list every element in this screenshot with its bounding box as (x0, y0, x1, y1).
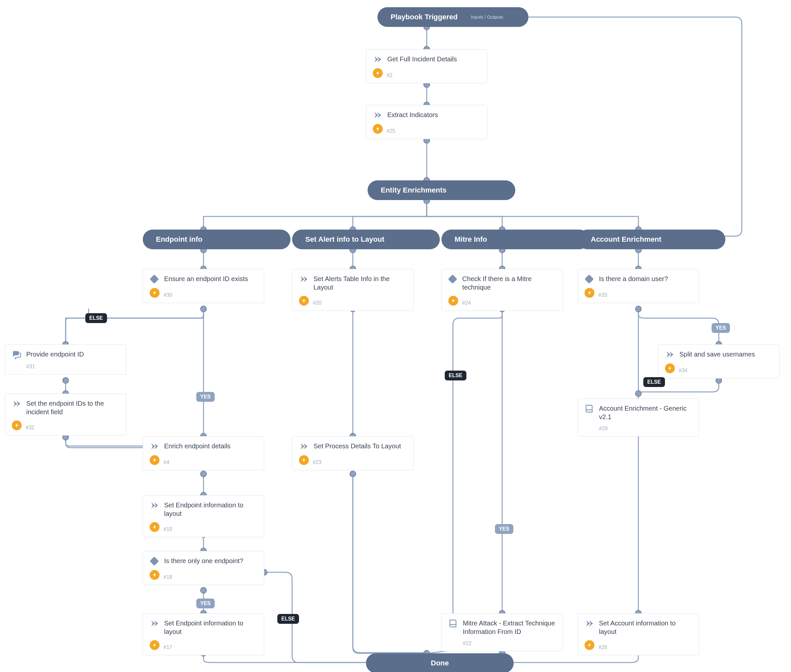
bolt-icon (150, 522, 159, 532)
section-alert[interactable]: Set Alert info to Layout (292, 230, 440, 249)
cond-domain-user[interactable]: Is there a domain user? #33 (578, 269, 699, 303)
chevron-icon (299, 275, 308, 284)
badge-yes: YES (196, 598, 215, 608)
chevron-icon (150, 501, 159, 510)
badge-yes: YES (495, 524, 513, 534)
bolt-icon (299, 455, 309, 465)
task-set-endpoint-layout-17[interactable]: Set Endpoint information to layout #17 (143, 613, 264, 655)
chevron-icon (373, 55, 382, 64)
chevron-icon (584, 619, 594, 628)
bolt-icon (373, 68, 383, 78)
chevron-icon (373, 110, 382, 120)
section-account[interactable]: Account Enrichment (578, 230, 725, 249)
diamond-icon (584, 275, 594, 284)
book-icon (584, 404, 594, 413)
badge-else: ELSE (643, 377, 665, 387)
section-mitre[interactable]: Mitre Info (441, 230, 589, 249)
task-get-full-incident[interactable]: Get Full Incident Details #2 (366, 49, 488, 83)
task-extract-indicators[interactable]: Extract Indicators #25 (366, 105, 488, 139)
task-set-endpoint-layout-19[interactable]: Set Endpoint information to layout #19 (143, 495, 264, 537)
bolt-icon (150, 640, 159, 650)
badge-else: ELSE (278, 614, 299, 624)
done-node[interactable]: Done (366, 653, 513, 672)
chevron-icon (665, 350, 674, 359)
start-node[interactable]: Playbook Triggered Inputs / Outputs (377, 7, 528, 27)
cond-one-endpoint[interactable]: Is there only one endpoint? #18 (143, 551, 264, 585)
chevron-icon (150, 442, 159, 451)
start-title: Playbook Triggered (391, 13, 457, 21)
diamond-icon (448, 275, 457, 284)
chevron-icon (299, 442, 308, 451)
bolt-icon (12, 421, 22, 430)
section-endpoint[interactable]: Endpoint info (143, 230, 290, 249)
playbook-mitre-extract[interactable]: Mitre Attack - Extract Technique Informa… (441, 613, 563, 651)
playbook-account-enrichment[interactable]: Account Enrichment - Generic v2.1 #29 (578, 398, 699, 437)
badge-yes: YES (712, 323, 730, 333)
bolt-icon (150, 455, 159, 465)
bolt-icon (373, 124, 383, 134)
bolt-icon (584, 640, 594, 650)
bolt-icon (448, 296, 458, 306)
bolt-icon (584, 288, 594, 298)
task-split-usernames[interactable]: Split and save usernames #34 (658, 344, 780, 378)
diamond-icon (150, 557, 159, 566)
task-set-endpoint-ids-field[interactable]: Set the endpoint IDs to the incident fie… (5, 394, 126, 435)
chevron-icon (150, 619, 159, 628)
task-set-alerts-table[interactable]: Set Alerts Table Info in the Layout #20 (292, 269, 414, 311)
bolt-icon (299, 296, 309, 306)
bolt-icon (150, 288, 159, 298)
section-entity[interactable]: Entity Enrichments (367, 180, 515, 200)
book-icon (448, 619, 457, 628)
task-set-account-layout[interactable]: Set Account information to layout #28 (578, 613, 699, 655)
task-set-process-details[interactable]: Set Process Details To Layout #23 (292, 436, 414, 470)
chat-icon (12, 350, 21, 359)
cond-endpoint-id-exists[interactable]: Ensure an endpoint ID exists #30 (143, 269, 264, 303)
diamond-icon (150, 275, 159, 284)
cond-mitre-technique[interactable]: Check If there is a Mitre technique #24 (441, 269, 563, 311)
chevron-icon (12, 399, 21, 408)
bolt-icon (150, 570, 159, 580)
badge-yes: YES (196, 392, 215, 402)
bolt-icon (665, 363, 675, 373)
badge-else: ELSE (85, 313, 107, 323)
badge-else: ELSE (445, 371, 466, 381)
task-enrich-endpoint[interactable]: Enrich endpoint details #4 (143, 436, 264, 470)
start-sub: Inputs / Outputs (471, 14, 503, 20)
task-provide-endpoint-id[interactable]: Provide endpoint ID #31 (5, 344, 126, 374)
